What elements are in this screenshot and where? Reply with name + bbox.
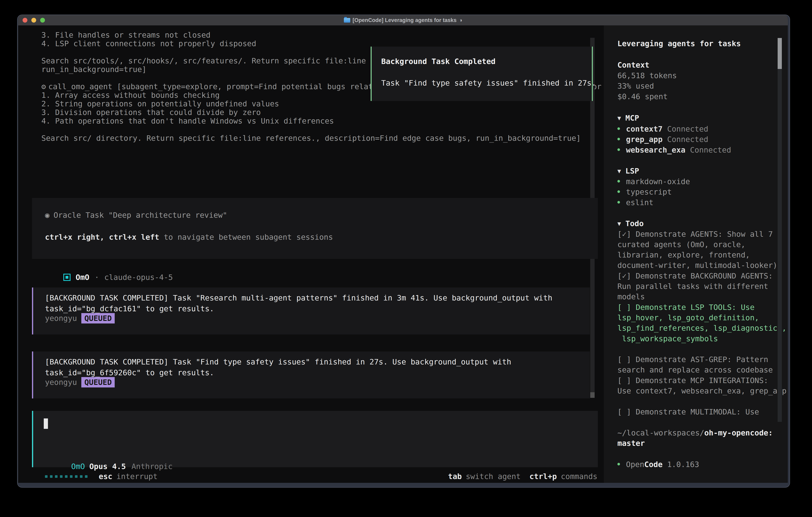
toast-body: Task "Find type safety issues" finished … — [381, 79, 596, 87]
agent-separator: · — [94, 273, 99, 282]
product-name-suffix: Code — [644, 460, 663, 469]
todo-line: [ ] Demonstrate MCP INTEGRATIONS: — [617, 375, 768, 386]
oracle-hint-text: to navigate between subagent sessions — [159, 233, 333, 242]
oracle-icon: ◉ — [45, 211, 50, 219]
terminal-output-line: Search src/tools/, src/hooks/, src/featu… — [41, 57, 366, 65]
ctrlp-key-hint: ctrl+p — [529, 472, 557, 481]
workspace-path-prefix: ~/local-workspaces/ — [617, 429, 704, 437]
todo-line: [ ] Demonstrate AST-GREP: Pattern — [617, 354, 768, 365]
mcp-item-name: grep_app — [626, 135, 663, 144]
todo-line-current: [ ] Demonstrate LSP TOOLS: Use — [617, 302, 754, 312]
esc-key-hint: esc — [99, 472, 113, 481]
traffic-lights — [23, 18, 45, 23]
lsp-item-name: eslint — [626, 198, 654, 207]
input-agent-label: OmO — [71, 462, 85, 471]
oracle-task-panel: ◉Oracle Task "Deep architecture review" … — [32, 198, 598, 259]
tab-action-label: switch agent — [466, 472, 521, 481]
todo-line: search and replace across codebase — [617, 365, 773, 375]
todo-line: Run parallel tasks with different — [617, 281, 768, 292]
background-task-card: [BACKGROUND TASK COMPLETED] Task "Find t… — [32, 351, 590, 399]
close-window-button[interactable] — [23, 18, 27, 23]
lsp-item: typescript — [617, 187, 672, 197]
version-row: OpenCode 1.0.163 — [617, 459, 699, 470]
sidebar-scrollbar-thumb[interactable] — [778, 38, 782, 69]
terminal-output-line: 3. File handles or streams not closed — [41, 31, 210, 39]
oracle-hint-keys: ctrl+x right, ctrl+x left — [45, 233, 159, 242]
workspace-path: ~/local-workspaces/oh-my-opencode: — [617, 428, 773, 438]
task-message-line: [BACKGROUND TASK COMPLETED] Task "Resear… — [45, 294, 552, 302]
lsp-heading: LSP — [626, 166, 639, 175]
status-badge: QUEUED — [81, 377, 115, 387]
task-message-line: [BACKGROUND TASK COMPLETED] Task "Find t… — [45, 357, 511, 366]
title-bar: [OpenCode] Leveraging agents for tasks ◑ — [18, 15, 788, 25]
todo-line: curated agents (OmO, oracle, — [617, 239, 746, 250]
status-dot-icon — [617, 148, 620, 151]
lsp-item: markdown-oxide — [617, 176, 690, 187]
mcp-item: websearch_exaConnected — [617, 145, 731, 155]
lsp-section-header[interactable]: ▼LSP — [617, 166, 639, 176]
todo-line: Use context7, websearch_exa, grep_app — [617, 386, 786, 396]
workspace-branch: master — [617, 438, 645, 448]
todo-line-current: lsp_workspace_symbols — [617, 333, 718, 344]
status-dot-icon — [617, 190, 620, 193]
terminal-output-line: 2. String operations on potentially unde… — [41, 100, 279, 108]
input-provider-label: Anthropic — [132, 462, 173, 471]
terminal-output-line: Search src/ directory. Return specific f… — [41, 134, 581, 142]
toast-title: Background Task Completed — [381, 57, 495, 66]
ctrlp-action-label: commands — [561, 472, 598, 481]
sidebar: Leveraging agents for tasks Context 66,5… — [604, 25, 788, 483]
mcp-item: grep_appConnected — [617, 134, 708, 144]
session-progress-icon: ◑ — [459, 17, 462, 23]
tab-key-hint: tab — [448, 472, 462, 481]
toast-notification[interactable]: Background Task Completed Task "Find typ… — [371, 47, 593, 101]
context-heading: Context — [617, 60, 649, 70]
mcp-item-status: Connected — [667, 125, 708, 133]
lsp-item-name: markdown-oxide — [626, 177, 690, 186]
main-scrollbar-thumb[interactable] — [590, 392, 594, 398]
task-meta-row: yeongyu QUEUED — [45, 377, 115, 387]
todo-line: [✓] Demonstrate AGENTS: Show all 7 — [617, 229, 773, 239]
oracle-hint-row: ctrl+x right, ctrl+x left to navigate be… — [45, 233, 333, 242]
context-used: 33% used — [617, 81, 654, 91]
status-bar: esc interrupt tab switch agent ctrl+p co… — [18, 472, 598, 481]
status-dot-icon — [617, 180, 620, 183]
todo-line-current: lsp_hover, lsp_goto_definition, — [617, 312, 759, 323]
todo-line: [ ] Demonstrate MULTIMODAL: Use — [617, 407, 759, 417]
agent-header: OmO·claude-opus-4-5 — [45, 264, 173, 291]
mcp-item-status: Connected — [667, 135, 708, 144]
oracle-task-title: Oracle Task "Deep architecture review" — [54, 211, 227, 219]
todo-line: models — [617, 292, 645, 302]
agent-checkbox-icon — [63, 274, 70, 281]
status-dot-icon — [617, 201, 620, 203]
background-task-card: [BACKGROUND TASK COMPLETED] Task "Resear… — [32, 288, 590, 334]
prompt-input[interactable]: OmOOpus 4.5Anthropic — [32, 411, 598, 467]
minimize-window-button[interactable] — [31, 18, 36, 23]
mcp-heading: MCP — [626, 113, 639, 123]
esc-action-label: interrupt — [116, 472, 157, 481]
terminal-output-line: 3. Division operations that could divide… — [41, 108, 261, 117]
todo-line: librarian, explore, frontend, — [617, 250, 750, 260]
task-meta-row: yeongyu QUEUED — [45, 313, 115, 324]
agent-model: claude-opus-4-5 — [104, 273, 173, 282]
text-cursor — [44, 418, 48, 429]
task-user: yeongyu — [45, 378, 77, 387]
status-dot-icon — [617, 138, 620, 140]
chevron-down-icon: ▼ — [617, 219, 621, 229]
window-title-group: [OpenCode] Leveraging agents for tasks ◑ — [344, 17, 462, 23]
zoom-window-button[interactable] — [40, 18, 45, 23]
agent-name: OmO — [76, 273, 89, 282]
mcp-section-header[interactable]: ▼MCP — [617, 113, 639, 124]
gear-icon: ⚙ — [41, 82, 46, 91]
input-model-label: Opus 4.5 — [89, 462, 126, 471]
todo-line: document-writer, multimodal-looker) — [617, 260, 777, 271]
todo-heading: Todo — [626, 219, 644, 228]
chevron-down-icon: ▼ — [617, 166, 621, 176]
terminal-output-line: 4. Path operations that don't handle Win… — [41, 117, 334, 125]
sidebar-scrollbar[interactable] — [778, 38, 782, 422]
mcp-item-status: Connected — [690, 145, 731, 154]
terminal-output-line: run_in_background=true] — [41, 65, 146, 74]
folder-icon — [344, 18, 350, 23]
terminal-output-line: 4. LSP client connections not properly d… — [41, 39, 256, 48]
workspace-repo: oh-my-opencode: — [704, 429, 773, 437]
todo-section-header[interactable]: ▼Todo — [617, 218, 644, 229]
